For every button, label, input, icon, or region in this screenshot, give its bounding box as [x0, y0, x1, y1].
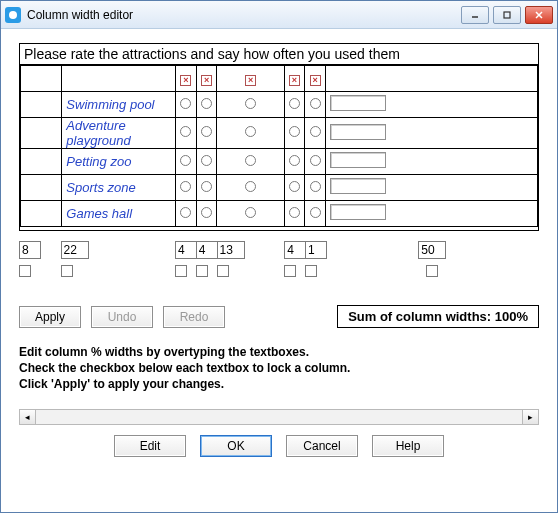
- lock-checkbox[interactable]: [175, 265, 187, 277]
- width-input[interactable]: [418, 241, 446, 259]
- window: Column width editor Please rate the attr…: [0, 0, 558, 513]
- rating-radio[interactable]: [245, 126, 256, 137]
- grid-row: Adventure playground: [21, 118, 538, 149]
- width-input[interactable]: [175, 241, 197, 259]
- sum-value: 100%: [495, 309, 528, 324]
- undo-button[interactable]: Undo: [91, 306, 153, 328]
- rating-radio[interactable]: [310, 207, 321, 218]
- scroll-left-arrow-icon[interactable]: ◂: [20, 410, 36, 424]
- row-label: Swimming pool: [62, 92, 176, 118]
- rating-radio[interactable]: [180, 126, 191, 137]
- window-title: Column width editor: [27, 8, 457, 22]
- rating-radio[interactable]: [180, 98, 191, 109]
- rating-radio[interactable]: [289, 126, 300, 137]
- rating-radio[interactable]: [180, 155, 191, 166]
- app-icon: [5, 7, 21, 23]
- rating-radio[interactable]: [201, 181, 212, 192]
- help-line: Check the checkbox below each textbox to…: [19, 360, 539, 376]
- help-line: Edit column % widths by overtyping the t…: [19, 344, 539, 360]
- help-text: Edit column % widths by overtyping the t…: [19, 344, 539, 393]
- grid-row: Swimming pool: [21, 92, 538, 118]
- scroll-right-arrow-icon[interactable]: ▸: [522, 410, 538, 424]
- rating-radio[interactable]: [201, 98, 212, 109]
- horizontal-scrollbar[interactable]: ◂ ▸: [19, 409, 539, 425]
- rating-radio[interactable]: [180, 207, 191, 218]
- delete-column-icon[interactable]: ×: [201, 75, 212, 86]
- cancel-button[interactable]: Cancel: [286, 435, 358, 457]
- rating-radio[interactable]: [310, 126, 321, 137]
- close-button[interactable]: [525, 6, 553, 24]
- delete-column-icon[interactable]: ×: [180, 75, 191, 86]
- minimize-button[interactable]: [461, 6, 489, 24]
- delete-column-icon[interactable]: ×: [245, 75, 256, 86]
- row-label: Adventure playground: [62, 118, 176, 149]
- lock-checkbox[interactable]: [305, 265, 317, 277]
- svg-rect-2: [504, 12, 510, 18]
- grid-table: × × × × × Swimming pool: [20, 65, 538, 227]
- titlebar: Column width editor: [1, 1, 557, 29]
- width-input[interactable]: [196, 241, 218, 259]
- rating-radio[interactable]: [289, 207, 300, 218]
- usage-input[interactable]: [330, 95, 386, 111]
- redo-button[interactable]: Redo: [163, 306, 225, 328]
- grid-row: Sports zone: [21, 175, 538, 201]
- rating-radio[interactable]: [289, 98, 300, 109]
- rating-radio[interactable]: [310, 181, 321, 192]
- width-input[interactable]: [217, 241, 245, 259]
- apply-button[interactable]: Apply: [19, 306, 81, 328]
- rating-radio[interactable]: [245, 98, 256, 109]
- sum-label: Sum of column widths:: [348, 309, 495, 324]
- sum-display: Sum of column widths: 100%: [337, 305, 539, 328]
- lock-checkbox[interactable]: [284, 265, 296, 277]
- rating-radio[interactable]: [289, 155, 300, 166]
- rating-radio[interactable]: [245, 155, 256, 166]
- lock-checkbox[interactable]: [61, 265, 73, 277]
- maximize-button[interactable]: [493, 6, 521, 24]
- width-input[interactable]: [19, 241, 41, 259]
- rating-radio[interactable]: [245, 181, 256, 192]
- help-button[interactable]: Help: [372, 435, 444, 457]
- dialog-buttons: Edit OK Cancel Help: [19, 425, 539, 467]
- usage-input[interactable]: [330, 124, 386, 140]
- scroll-track[interactable]: [36, 410, 522, 424]
- rating-radio[interactable]: [310, 98, 321, 109]
- width-editors-row: [19, 241, 539, 277]
- lock-checkbox[interactable]: [217, 265, 229, 277]
- rating-radio[interactable]: [245, 207, 256, 218]
- ok-button[interactable]: OK: [200, 435, 272, 457]
- row-label: Sports zone: [62, 175, 176, 201]
- grid-row: Petting zoo: [21, 149, 538, 175]
- delete-column-icon[interactable]: ×: [289, 75, 300, 86]
- width-input[interactable]: [61, 241, 89, 259]
- width-input[interactable]: [284, 241, 306, 259]
- grid-row: Games hall: [21, 201, 538, 227]
- action-row: Apply Undo Redo Sum of column widths: 10…: [19, 305, 539, 328]
- usage-input[interactable]: [330, 204, 386, 220]
- preview-grid: Please rate the attractions and say how …: [19, 43, 539, 231]
- lock-checkbox[interactable]: [196, 265, 208, 277]
- width-input[interactable]: [305, 241, 327, 259]
- rating-radio[interactable]: [201, 207, 212, 218]
- svg-point-0: [9, 11, 17, 19]
- lock-checkbox[interactable]: [19, 265, 31, 277]
- help-line: Click 'Apply' to apply your changes.: [19, 376, 539, 392]
- client-area: Please rate the attractions and say how …: [1, 29, 557, 512]
- usage-input[interactable]: [330, 152, 386, 168]
- grid-heading: Please rate the attractions and say how …: [20, 44, 538, 65]
- row-label: Petting zoo: [62, 149, 176, 175]
- delete-column-icon[interactable]: ×: [310, 75, 321, 86]
- rating-radio[interactable]: [310, 155, 321, 166]
- usage-input[interactable]: [330, 178, 386, 194]
- rating-radio[interactable]: [201, 126, 212, 137]
- grid-header-row: × × × × ×: [21, 66, 538, 92]
- lock-checkbox[interactable]: [426, 265, 438, 277]
- edit-button[interactable]: Edit: [114, 435, 186, 457]
- row-label: Games hall: [62, 201, 176, 227]
- rating-radio[interactable]: [201, 155, 212, 166]
- rating-radio[interactable]: [289, 181, 300, 192]
- rating-radio[interactable]: [180, 181, 191, 192]
